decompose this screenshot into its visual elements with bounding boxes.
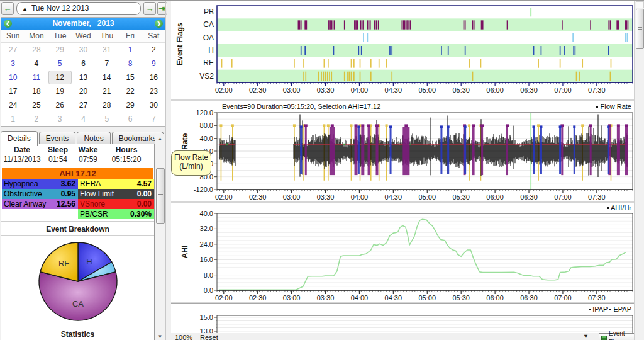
session-hours: Hours05:15:20	[103, 145, 150, 164]
dropdown-caret-icon[interactable]: ▼	[583, 333, 589, 339]
thumb-grip	[158, 194, 163, 198]
calendar-day[interactable]: 1	[1, 112, 25, 126]
calendar-day[interactable]: 23	[142, 84, 165, 98]
daily-graphs-area: Event Flags PBCAOAHREVS202:0002:3003:000…	[171, 1, 634, 340]
scroll-down-icon[interactable]: ▼	[156, 332, 164, 340]
svg-text:06:00: 06:00	[486, 193, 504, 201]
ahi-chart[interactable]: AHI/Hr AHI 0.08.016.024.032.040.002:0002…	[171, 203, 634, 302]
calendar-day[interactable]: 7	[95, 57, 118, 71]
calendar-day[interactable]: 4	[72, 112, 95, 126]
calendar-day[interactable]: 22	[118, 84, 142, 98]
svg-text:04:30: 04:30	[385, 86, 402, 94]
svg-text:04:30: 04:30	[385, 193, 402, 201]
date-dropdown[interactable]: ▲Tue Nov 12 2013	[16, 2, 141, 15]
previous-day-button[interactable]: ←	[1, 2, 14, 15]
calendar-day[interactable]: 24	[1, 98, 25, 112]
calendar-day[interactable]: 4	[25, 57, 48, 71]
calendar-day[interactable]: 8	[118, 57, 142, 71]
svg-text:16.0: 16.0	[200, 256, 213, 263]
reset-button[interactable]: Reset	[200, 334, 218, 340]
calendar-day[interactable]: 28	[25, 43, 48, 57]
calendar-day[interactable]: 18	[25, 84, 48, 98]
calendar-day[interactable]: 1	[118, 43, 142, 57]
tab-notes[interactable]: Notes	[77, 132, 110, 145]
calendar-day[interactable]: 30	[72, 43, 95, 57]
scrollbar-top-button[interactable]	[636, 1, 644, 8]
calendar-day[interactable]: 29	[118, 98, 142, 112]
panel-border	[165, 1, 166, 340]
calendar-day[interactable]: 28	[95, 98, 118, 112]
calendar-day[interactable]: 26	[48, 98, 72, 112]
graph-type-icon	[601, 336, 607, 340]
weekday-label: Mon	[25, 30, 48, 42]
pie-slice-label: CA	[72, 299, 83, 309]
svg-text:03:00: 03:00	[283, 294, 301, 302]
calendar-day[interactable]: 15	[118, 71, 142, 84]
window-scrollbar[interactable]	[634, 1, 644, 340]
zoom-percent-label: 100%	[175, 334, 192, 340]
flow-rate-chart[interactable]: Events=90 Duration=05:15:20, Selection A…	[171, 101, 634, 201]
tab-events[interactable]: Events	[39, 132, 76, 145]
weekday-label: Sat	[142, 30, 165, 42]
calendar-day[interactable]: 27	[72, 98, 95, 112]
calendar-day[interactable]: 5	[95, 112, 118, 126]
calendar-day[interactable]: 9	[142, 57, 165, 71]
ef-row-label-ca: CA	[203, 20, 214, 29]
window-scrollbar-thumb[interactable]	[636, 9, 644, 49]
svg-text:05:00: 05:00	[419, 294, 436, 302]
session-info: Date11/13/2013 Sleep01:54 Wake07:59 Hour…	[1, 144, 154, 164]
left-panel-scrollbar[interactable]: ▲ ▼	[155, 134, 165, 340]
calendar-day[interactable]: 6	[72, 57, 95, 71]
calendar-day-selected[interactable]: 12	[48, 71, 72, 84]
calendar-day[interactable]: 17	[1, 84, 25, 98]
svg-text:120.0: 120.0	[196, 109, 213, 116]
calendar-day[interactable]: 29	[48, 43, 72, 57]
ahi-cell-obstructive: Obstructive0.95	[2, 189, 78, 199]
svg-text:40.0: 40.0	[200, 210, 213, 217]
calendar-next-month-icon[interactable]: ❯	[155, 20, 163, 28]
calendar-day[interactable]: 11	[25, 71, 48, 84]
calendar-day[interactable]: 3	[48, 112, 72, 126]
calendar-prev-month-icon[interactable]: ❮	[4, 20, 12, 28]
calendar-day[interactable]: 30	[142, 98, 165, 112]
calendar-year-label: 2013	[97, 19, 114, 28]
calendar-day[interactable]: 19	[48, 84, 72, 98]
calendar-day[interactable]: 20	[72, 84, 95, 98]
calendar-day[interactable]: 3	[1, 57, 25, 71]
pressure-chart[interactable]: IPAP EPAP 15.013.0	[171, 304, 634, 333]
svg-text:06:00: 06:00	[486, 294, 504, 302]
date-navigation: ← ▲Tue Nov 12 2013 → ⇥	[1, 2, 166, 15]
scrollbar-thumb[interactable]	[156, 168, 165, 224]
calendar-day[interactable]: 2	[142, 43, 165, 57]
session-date: Date11/13/2013	[1, 145, 43, 164]
calendar-header: ❮ November, 2013 ❯	[1, 18, 165, 30]
svg-text:06:30: 06:30	[520, 193, 538, 201]
dropdown-up-icon: ▲	[22, 6, 28, 12]
calendar-day[interactable]: 6	[118, 112, 142, 126]
calendar-day[interactable]: 31	[95, 43, 118, 57]
ef-row-label-pb: PB	[204, 8, 214, 16]
calendar-weekday-row: SunMonTueWedThuFriSat	[1, 30, 165, 43]
scroll-up-icon[interactable]: ▲	[156, 135, 164, 143]
calendar-day[interactable]: 27	[1, 43, 25, 57]
event-flags-chart[interactable]: Event Flags PBCAOAHREVS202:0002:3003:000…	[171, 1, 634, 99]
tab-details[interactable]: Details	[1, 131, 38, 146]
ahi-summary-table: Hypopnea3.62RERA4.57Obstructive0.95Flow …	[2, 179, 153, 219]
flow-rate-tooltip: Flow Rate(L/min)	[171, 150, 211, 176]
calendar-day[interactable]: 21	[95, 84, 118, 98]
calendar-day[interactable]: 16	[142, 71, 165, 84]
weekday-label: Tue	[48, 30, 72, 42]
weekday-label: Fri	[118, 30, 142, 42]
svg-text:-120.0: -120.0	[194, 186, 213, 193]
svg-text:04:00: 04:00	[351, 86, 369, 94]
calendar-day[interactable]: 7	[142, 112, 165, 126]
calendar-day[interactable]: 2	[25, 112, 48, 126]
pressure-legend: IPAP EPAP	[589, 305, 631, 313]
calendar-day[interactable]: 25	[25, 98, 48, 112]
next-day-button[interactable]: →	[143, 2, 156, 15]
calendar-day[interactable]: 14	[95, 71, 118, 84]
calendar-day[interactable]: 13	[72, 71, 95, 84]
calendar-day[interactable]: 10	[1, 71, 25, 84]
calendar-day[interactable]: 5	[48, 57, 72, 71]
left-panel: ← ▲Tue Nov 12 2013 → ⇥ ❮ November, 2013 …	[0, 1, 167, 340]
